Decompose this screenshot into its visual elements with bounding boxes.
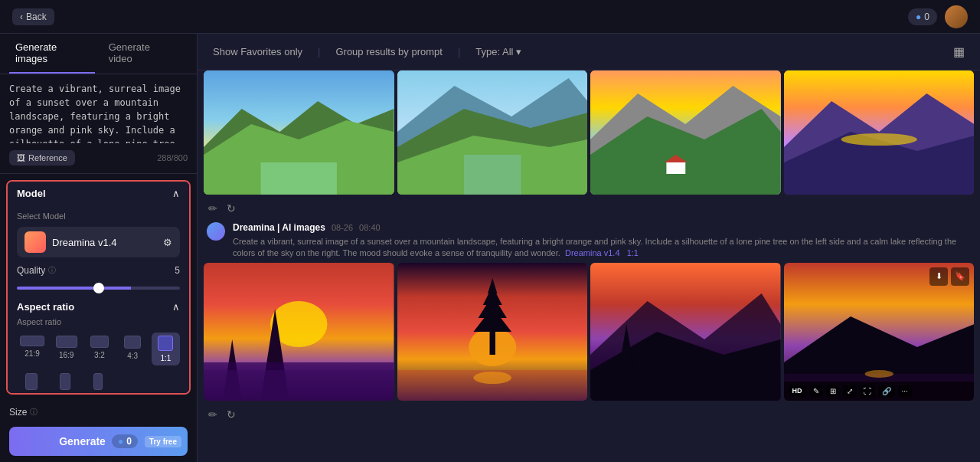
avatar[interactable] (945, 5, 968, 28)
aspect-grid-row2: 3:4 2:3 9:16 (17, 370, 180, 395)
aspect-4-3[interactable]: 4:3 (119, 333, 147, 365)
prompt-name-row: Dreamina | AI images 08-26 08:40 (233, 222, 971, 233)
image-cell-2[interactable] (397, 70, 588, 195)
image-cell-1[interactable] (204, 70, 394, 195)
landscape-image-row (204, 70, 974, 195)
filter-divider: | (318, 46, 320, 57)
model-icon (24, 231, 46, 253)
fullscreen-button[interactable]: ⛶ (860, 385, 875, 398)
image-cell-sunset-1[interactable] (204, 263, 394, 401)
image-cell-sunset-4[interactable]: ⬇ 🔖 HD ✎ ⊞ ⤢ ⛶ 🔗 ··· (784, 263, 975, 401)
edit-button-2[interactable]: ✏ (207, 407, 219, 422)
image-scroll: ✏ ↻ Dreamina | AI images 08-26 08:40 Cre… (198, 70, 980, 462)
expand-button[interactable]: ⤢ (843, 385, 857, 398)
back-button[interactable]: ‹ Back (12, 8, 54, 25)
image-action-bar-4: HD ✎ ⊞ ⤢ ⛶ 🔗 ··· (784, 382, 975, 401)
quality-slider[interactable] (17, 287, 180, 290)
tab-generate-images[interactable]: Generate images (9, 34, 95, 74)
aspect-box-21-9 (20, 336, 44, 346)
quality-row: Quality ⓘ 5 (17, 265, 180, 276)
aspect-ratio-title: Aspect ratio (17, 301, 74, 313)
edit-row-1: ✏ ↻ (204, 198, 974, 216)
prompt-input[interactable]: Create a vibrant, surreal image of a sun… (9, 82, 188, 143)
model-info: Dreamina v1.4 (24, 231, 117, 253)
svg-rect-23 (204, 370, 394, 401)
model-section-header[interactable]: Model ∧ (8, 182, 189, 205)
size-info-icon: ⓘ (30, 407, 38, 418)
crop-button[interactable]: ⊞ (826, 385, 840, 398)
prompt-info-row: Dreamina | AI images 08-26 08:40 Create … (204, 216, 974, 263)
type-filter-button[interactable]: Type: All ▾ (475, 46, 521, 57)
edit-row-2: ✏ ↻ (204, 404, 974, 422)
aspect-label-16-9: 16:9 (59, 351, 74, 359)
bookmark-button-4[interactable]: 🔖 (951, 267, 969, 286)
image-cell-3[interactable] (590, 70, 781, 195)
main-layout: Generate images Generate video Create a … (0, 34, 980, 462)
aspect-ratio-header[interactable]: Aspect ratio ∧ (17, 301, 180, 313)
reference-icon: 🖼 (17, 153, 25, 162)
generate-label: Generate (59, 435, 106, 447)
prompt-area: Create a vibrant, surreal image of a sun… (0, 74, 197, 174)
generate-button[interactable]: Generate ● 0 Try free (9, 427, 188, 456)
aspect-label-4-3: 4:3 (127, 352, 138, 360)
aspect-label-1-1: 1:1 (160, 354, 171, 362)
filter-divider-2: | (458, 46, 460, 57)
aspect-label-3-2: 3:2 (94, 351, 105, 359)
aspect-3-2[interactable]: 3:2 (85, 333, 113, 365)
download-button-4[interactable]: ⬇ (929, 267, 948, 286)
image-cell-sunset-2[interactable] (397, 263, 588, 401)
aspect-ratio-label: Aspect ratio (17, 317, 180, 326)
edit-tool-button[interactable]: ✎ (809, 385, 823, 398)
aspect-21-9[interactable]: 21:9 (17, 333, 47, 365)
quality-info-icon: ⓘ (48, 265, 56, 276)
more-button[interactable]: ··· (898, 385, 912, 398)
edit-button-1[interactable]: ✏ (207, 201, 219, 216)
content-area: Show Favorites only | Group results by p… (198, 34, 980, 462)
chevron-down-icon: ▾ (516, 46, 521, 57)
model-aspect-section: Model ∧ Select Model Dreamina v1.4 ⚙ Qua… (6, 180, 191, 395)
aspect-label-3-4: 3:4 (26, 393, 37, 395)
aspect-box-3-4 (25, 373, 38, 390)
image-cell-sunset-3[interactable] (590, 263, 781, 401)
aspect-3-4[interactable]: 3:4 (17, 370, 46, 395)
aspect-2-3[interactable]: 2:3 (51, 370, 80, 395)
refresh-button-2[interactable]: ↻ (225, 407, 237, 422)
prompt-user: Dreamina | AI images (233, 222, 325, 233)
size-row: Size ⓘ (0, 401, 197, 421)
tab-generate-video[interactable]: Generate video (103, 34, 180, 74)
aspect-box-1-1 (158, 336, 173, 351)
reference-button[interactable]: 🖼 Reference (9, 150, 75, 165)
aspect-grid-row1: 21:9 16:9 3:2 4:3 (17, 333, 180, 365)
model-selector[interactable]: Dreamina v1.4 ⚙ (17, 227, 180, 257)
sidebar: Generate images Generate video Create a … (0, 34, 198, 462)
aspect-empty-1 (117, 370, 146, 395)
aspect-label-2-3: 2:3 (60, 393, 70, 395)
aspect-collapse-icon: ∧ (172, 301, 180, 313)
link-button[interactable]: 🔗 (878, 385, 895, 398)
svg-rect-30 (489, 332, 495, 355)
group-by-prompt-button[interactable]: Group results by prompt (335, 43, 442, 61)
aspect-box-16-9 (56, 336, 77, 348)
prompt-details: Dreamina | AI images 08-26 08:40 Create … (233, 222, 971, 260)
credit-badge: ● 0 (908, 8, 937, 25)
aspect-16-9[interactable]: 16:9 (52, 333, 80, 365)
image-overlay-4: ⬇ 🔖 (929, 267, 969, 286)
aspect-box-3-2 (90, 336, 109, 348)
topbar-right: ● 0 (908, 5, 968, 28)
char-count: 288/800 (157, 153, 188, 162)
aspect-box-9-16 (93, 373, 103, 390)
model-section-title: Model (17, 188, 46, 199)
show-favorites-button[interactable]: Show Favorites only (213, 43, 302, 61)
hd-button[interactable]: HD (789, 385, 806, 397)
export-button[interactable]: ▦ (953, 44, 965, 59)
quality-label: Quality ⓘ (17, 265, 56, 276)
aspect-label-9-16: 9:16 (91, 393, 106, 395)
credit-icon: ● (916, 11, 921, 22)
image-cell-4[interactable] (784, 70, 975, 195)
sunset-image-row: ⬇ 🔖 HD ✎ ⊞ ⤢ ⛶ 🔗 ··· (204, 263, 974, 401)
refresh-button-1[interactable]: ↻ (225, 201, 237, 216)
aspect-1-1[interactable]: 1:1 (152, 333, 180, 365)
aspect-9-16[interactable]: 9:16 (84, 370, 113, 395)
prompt-time: 08-26 (332, 223, 353, 232)
quality-value: 5 (175, 265, 180, 276)
